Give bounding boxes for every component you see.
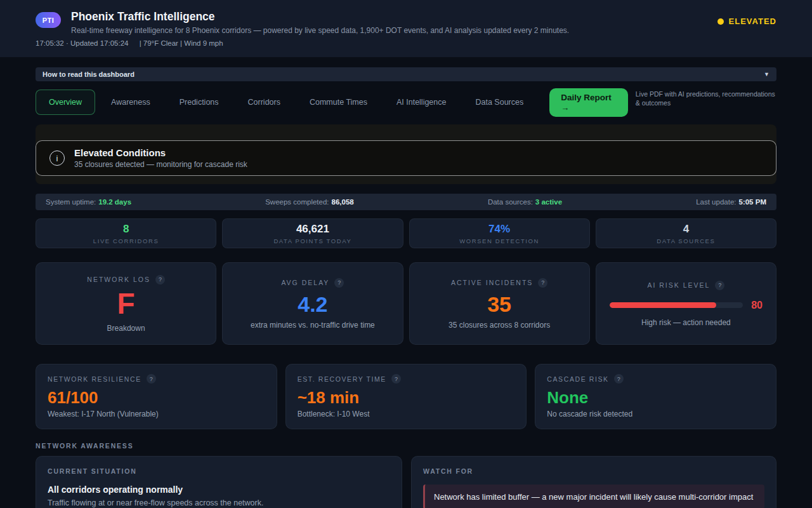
card-value: None — [547, 389, 764, 406]
sources-value: 3 active — [535, 198, 562, 206]
situation-subtext: Traffic flowing at or near free-flow spe… — [48, 498, 390, 507]
metric-card-network-los: NETWORK LOS ? F Breakdown — [36, 262, 216, 345]
stat-card-live-corridors: 8 LIVE CORRIDORS — [36, 218, 216, 248]
status-dot-icon — [717, 18, 724, 25]
alert-banner-wrap: i Elevated Conditions 35 closures detect… — [36, 124, 776, 184]
tab-awareness[interactable]: Awareness — [96, 90, 165, 114]
metric-value: 4.2 — [298, 293, 327, 315]
stat-label: LIVE CORRIDORS — [93, 237, 159, 244]
last-update-stat: Last update:5:05 PM — [696, 198, 766, 206]
page-title: Phoenix Traffic Intelligence — [71, 10, 569, 23]
card-subtext: Weakest: I-17 North (Vulnerable) — [48, 410, 265, 418]
help-icon[interactable]: ? — [334, 278, 344, 288]
sweeps-stat: Sweeps completed:86,058 — [265, 198, 354, 206]
tab-data-sources[interactable]: Data Sources — [461, 90, 538, 114]
page-subtitle: Real-time freeway intelligence for 8 Pho… — [71, 26, 569, 35]
card-label: CASCADE RISK — [547, 375, 608, 383]
sources-stat: Data sources:3 active — [488, 198, 562, 206]
stat-label: WORSEN DETECTION — [459, 237, 539, 244]
alert-subtitle: 35 closures detected — monitoring for ca… — [74, 160, 247, 169]
stat-value: 8 — [123, 223, 129, 236]
metric-value: 35 — [487, 293, 511, 315]
card-label: EST. RECOVERY TIME — [298, 375, 386, 383]
daily-report-button[interactable]: Daily Report → — [549, 88, 628, 117]
tab-bar: Overview Awareness Predictions Corridors… — [36, 86, 776, 118]
help-accordion[interactable]: How to read this dashboard ▼ — [36, 67, 776, 81]
help-icon[interactable]: ? — [391, 374, 401, 384]
card-current-situation: CURRENT SITUATION All corridors operatin… — [36, 456, 402, 508]
daily-report-label: Daily Report — [561, 93, 612, 102]
tab-overview[interactable]: Overview — [36, 90, 95, 115]
info-icon: i — [49, 150, 65, 166]
risk-progress-track — [610, 302, 743, 308]
chevron-down-icon: ▼ — [764, 71, 769, 77]
uptime-value: 19.2 days — [98, 198, 131, 206]
risk-progress-bar: 80 — [610, 300, 763, 311]
last-update-value: 5:05 PM — [739, 198, 766, 206]
card-cascade-risk: CASCADE RISK ? None No cascade risk dete… — [535, 364, 776, 429]
metric-label: AVG DELAY — [281, 279, 329, 286]
tab-predictions[interactable]: Predictions — [165, 90, 233, 114]
arrow-right-icon: → — [561, 103, 612, 112]
status-badge: ELEVATED — [717, 17, 776, 26]
card-label: WATCH FOR — [423, 467, 764, 475]
alert-banner: i Elevated Conditions 35 closures detect… — [36, 140, 776, 176]
watch-item: Network has limited buffer — a new major… — [423, 485, 764, 508]
help-icon[interactable]: ? — [155, 275, 165, 284]
alert-title: Elevated Conditions — [74, 147, 247, 158]
stat-value: 4 — [683, 223, 689, 236]
pti-logo: PTI — [36, 12, 61, 28]
clock-text: 17:05:32 · Updated 17:05:24 — [36, 39, 128, 47]
stat-card-worsen-detection: 74% WORSEN DETECTION — [409, 218, 590, 248]
metric-subtext: High risk — action needed — [641, 318, 731, 327]
tab-ai-intelligence[interactable]: AI Intelligence — [382, 90, 461, 114]
card-label: NETWORK RESILIENCE — [48, 375, 141, 383]
risk-value: 80 — [751, 300, 763, 311]
metric-card-avg-delay: AVG DELAY ? 4.2 extra minutes vs. no-tra… — [222, 262, 403, 345]
resilience-row: NETWORK RESILIENCE ? 61/100 Weakest: I-1… — [36, 364, 776, 429]
stat-label: DATA SOURCES — [657, 237, 715, 244]
sweeps-value: 86,058 — [332, 198, 354, 206]
uptime-stat: System uptime:19.2 days — [46, 198, 131, 206]
section-title-network-awareness: NETWORK AWARENESS — [36, 442, 776, 450]
stat-value: 46,621 — [296, 223, 329, 236]
metric-label: ACTIVE INCIDENTS — [451, 279, 533, 286]
situation-title: All corridors operating normally — [48, 485, 390, 495]
metric-card-ai-risk-level: AI RISK LEVEL ? 80 High risk — action ne… — [596, 262, 776, 345]
metric-subtext: extra minutes vs. no-traffic drive time — [251, 321, 375, 330]
header-meta: 17:05:32 · Updated 17:05:24 | 79°F Clear… — [36, 39, 223, 47]
stat-value: 74% — [488, 223, 510, 236]
tab-corridors[interactable]: Corridors — [233, 90, 295, 114]
metric-value: F — [117, 289, 135, 318]
card-value: 61/100 — [48, 389, 265, 406]
metric-subtext: Breakdown — [107, 324, 145, 333]
stat-label: DATA POINTS TODAY — [273, 237, 351, 244]
card-subtext: No cascade risk detected — [547, 410, 764, 418]
stats-row: 8 LIVE CORRIDORS 46,621 DATA POINTS TODA… — [36, 218, 776, 248]
card-watch-for: WATCH FOR Network has limited buffer — a… — [411, 456, 776, 508]
metric-label: NETWORK LOS — [87, 276, 150, 283]
daily-report-caption: Live PDF with AI predictions, recommenda… — [636, 86, 776, 108]
help-accordion-label: How to read this dashboard — [43, 70, 134, 78]
system-status-bar: System uptime:19.2 days Sweeps completed… — [36, 194, 776, 210]
uptime-label: System uptime: — [46, 198, 96, 206]
card-network-resilience: NETWORK RESILIENCE ? 61/100 Weakest: I-1… — [36, 364, 277, 429]
metric-label: AI RISK LEVEL — [647, 281, 710, 289]
sweeps-label: Sweeps completed: — [265, 198, 329, 206]
card-value: ~18 min — [298, 389, 515, 406]
help-icon[interactable]: ? — [614, 374, 624, 384]
metrics-row: NETWORK LOS ? F Breakdown AVG DELAY ? 4.… — [36, 262, 776, 345]
card-subtext: Bottleneck: I-10 West — [298, 410, 515, 418]
awareness-row: CURRENT SITUATION All corridors operatin… — [36, 456, 776, 508]
metric-subtext: 35 closures across 8 corridors — [449, 321, 550, 330]
risk-progress-fill — [610, 302, 716, 308]
card-label: CURRENT SITUATION — [48, 467, 390, 475]
stat-card-data-points: 46,621 DATA POINTS TODAY — [222, 218, 403, 248]
last-update-label: Last update: — [696, 198, 736, 206]
help-icon[interactable]: ? — [538, 278, 547, 288]
help-icon[interactable]: ? — [715, 281, 724, 290]
tab-commute-times[interactable]: Commute Times — [295, 90, 382, 114]
help-icon[interactable]: ? — [147, 374, 156, 384]
stat-card-data-sources: 4 DATA SOURCES — [596, 218, 776, 248]
weather-text: | 79°F Clear | Wind 9 mph — [140, 39, 223, 47]
